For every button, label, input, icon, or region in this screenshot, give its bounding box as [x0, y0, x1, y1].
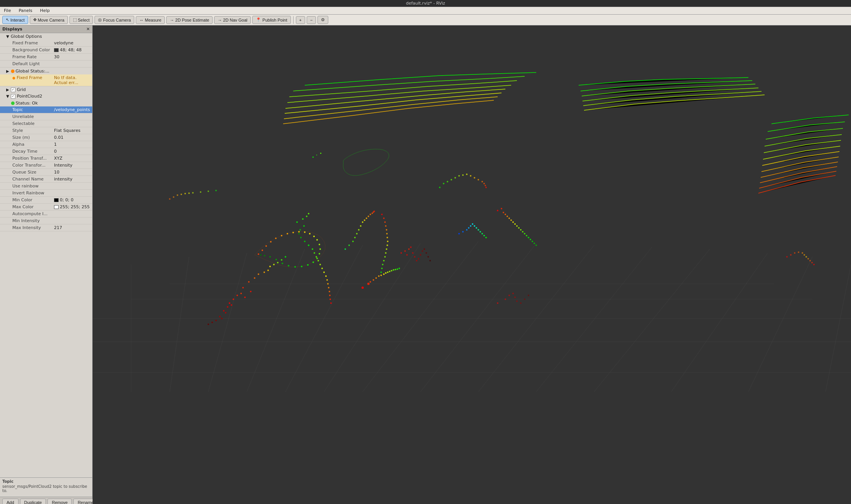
menu-panels[interactable]: Panels	[17, 8, 34, 13]
select-button[interactable]: ⬚ Select	[69, 16, 93, 24]
svg-point-167	[485, 237, 487, 238]
displays-content[interactable]: ▼ Global Options Fixed Frame velodyne Ba…	[0, 33, 92, 477]
max-color-swatch[interactable]	[54, 205, 59, 209]
svg-point-105	[400, 252, 402, 254]
svg-point-215	[262, 249, 263, 251]
queue-size-value[interactable]: 10	[52, 169, 92, 175]
focus-camera-button[interactable]: ◎ Focus Camera	[95, 16, 134, 24]
autocompute-value[interactable]	[52, 211, 92, 217]
svg-point-226	[316, 239, 318, 241]
min-color-swatch[interactable]	[54, 198, 59, 202]
fixed-frame-value[interactable]: velodyne	[52, 40, 92, 46]
max-color-value[interactable]: 255; 255; 255	[52, 204, 92, 210]
svg-point-184	[497, 302, 498, 304]
svg-point-34	[285, 256, 286, 258]
3d-viewport[interactable]	[93, 25, 851, 504]
zoom-in-button[interactable]: +	[296, 16, 305, 24]
pointcloud2-checkbox[interactable]	[11, 94, 15, 99]
interact-button[interactable]: ↖ Interact	[2, 16, 28, 24]
svg-point-38	[240, 293, 242, 294]
svg-point-217	[270, 241, 272, 243]
pointcloud2-status-item[interactable]: ● Status: Ok	[0, 99, 92, 106]
svg-point-150	[528, 237, 529, 238]
size-value[interactable]: 0.01	[52, 134, 92, 141]
min-color-value[interactable]: 0; 0; 0	[52, 197, 92, 203]
selectable-value[interactable]	[52, 120, 92, 127]
global-status-item[interactable]: ▶ ● Global Status:...	[0, 67, 92, 74]
use-rainbow-value[interactable]	[52, 183, 92, 189]
svg-point-138	[505, 214, 506, 215]
style-label: Style	[11, 127, 52, 134]
channel-name-value[interactable]: intensity	[52, 176, 92, 182]
menu-file[interactable]: File	[2, 8, 12, 13]
color-transform-value[interactable]: Intensity	[52, 162, 92, 169]
grid-item[interactable]: ▶ Grid	[0, 86, 92, 93]
max-intensity-value[interactable]: 217	[52, 224, 92, 231]
svg-point-68	[327, 283, 329, 285]
svg-point-216	[265, 245, 267, 247]
svg-point-27	[258, 273, 259, 275]
alpha-value[interactable]: 1	[52, 141, 92, 148]
zoom-out-button[interactable]: −	[307, 16, 316, 24]
move-camera-button[interactable]: ✥ Move Camera	[30, 16, 68, 24]
svg-point-73	[330, 302, 332, 304]
bg-color-value[interactable]: 48; 48; 48	[52, 47, 92, 53]
measure-button[interactable]: ↔ Measure	[136, 16, 165, 24]
close-icon[interactable]: ✕	[86, 27, 90, 32]
svg-point-75	[348, 244, 350, 246]
fixed-frame-row: Fixed Frame velodyne	[0, 40, 92, 47]
measure-label: Measure	[145, 18, 161, 22]
pointcloud2-item[interactable]: ▼ PointCloud2	[0, 93, 92, 99]
2d-pose-icon: →	[170, 18, 174, 22]
svg-point-137	[503, 212, 504, 213]
svg-point-149	[526, 235, 527, 236]
svg-point-78	[356, 233, 358, 234]
focus-camera-label: Focus Camera	[103, 18, 131, 22]
2d-nav-button[interactable]: → 2D Nav Goal	[214, 16, 251, 24]
min-color-row: Min Color 0; 0; 0	[0, 197, 92, 204]
topic-row[interactable]: Topic /velodyne_points	[0, 106, 92, 113]
svg-point-122	[447, 181, 448, 182]
svg-point-195	[177, 194, 178, 196]
invert-rainbow-value[interactable]	[52, 190, 92, 196]
global-status-label: Global Status:...	[15, 69, 49, 74]
min-intensity-row: Min Intensity	[0, 217, 92, 224]
remove-button[interactable]: Remove	[47, 499, 72, 504]
svg-point-194	[173, 196, 174, 198]
menu-help[interactable]: Help	[39, 8, 51, 13]
global-options-item[interactable]: ▼ Global Options	[0, 33, 92, 40]
duplicate-button[interactable]: Duplicate	[20, 499, 46, 504]
svg-point-236	[282, 263, 283, 264]
svg-point-89	[381, 214, 383, 215]
svg-point-227	[319, 244, 320, 245]
svg-point-228	[319, 248, 321, 250]
svg-point-214	[258, 253, 259, 255]
pointcloud2-arrow: ▼	[6, 94, 9, 98]
svg-point-187	[512, 293, 514, 294]
decay-time-label: Decay Time	[11, 148, 52, 155]
frame-rate-value[interactable]: 30	[52, 54, 92, 60]
position-transform-value[interactable]: XYZ	[52, 155, 92, 162]
select-icon: ⬚	[73, 17, 77, 22]
svg-point-90	[383, 217, 385, 219]
2d-pose-button[interactable]: → 2D Pose Estimate	[166, 16, 213, 24]
publish-point-icon: 📍	[256, 17, 261, 22]
svg-point-77	[354, 237, 356, 238]
grid-checkbox[interactable]	[11, 88, 15, 92]
add-button[interactable]: Add	[2, 499, 19, 504]
publish-point-button[interactable]: 📍 Publish Point	[252, 16, 290, 24]
decay-time-value[interactable]: 0	[52, 148, 92, 155]
svg-point-28	[263, 271, 265, 273]
svg-point-155	[458, 233, 460, 234]
default-light-value[interactable]	[52, 61, 92, 67]
svg-point-160	[472, 223, 473, 225]
style-value[interactable]: Flat Squares	[52, 127, 92, 134]
svg-point-209	[805, 256, 807, 258]
min-intensity-value[interactable]	[52, 217, 92, 224]
settings-button[interactable]: ⚙	[317, 16, 328, 24]
invert-rainbow-label: Invert Rainbow	[11, 190, 52, 196]
default-light-label: Default Light	[11, 61, 52, 67]
unreliable-value[interactable]	[52, 113, 92, 120]
frame-rate-row: Frame Rate 30	[0, 54, 92, 61]
topic-value[interactable]: /velodyne_points	[52, 106, 92, 113]
